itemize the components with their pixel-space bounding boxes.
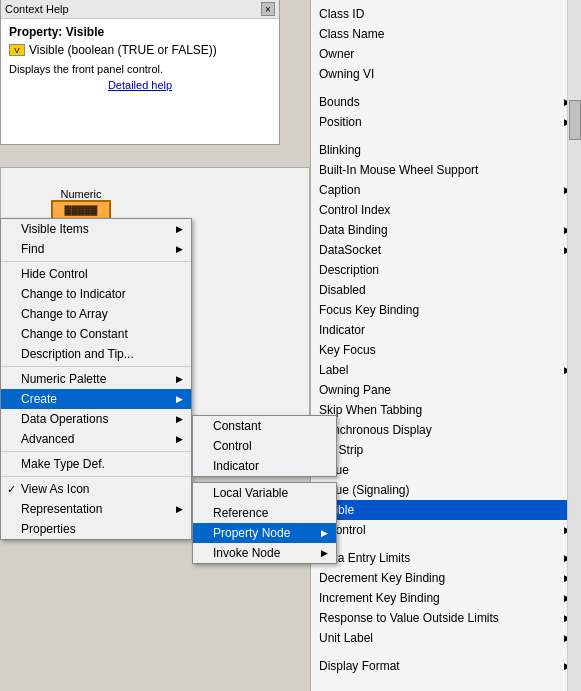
create-submenu-item-indicator[interactable]: Indicator — [193, 456, 336, 476]
context-menu-1: Visible ItemsFindHide ControlChange to I… — [0, 218, 192, 540]
prop-item-value[interactable]: Value — [311, 460, 581, 480]
prop-item-description[interactable]: Description — [311, 260, 581, 280]
prop-item-visible[interactable]: Visible — [311, 500, 581, 520]
menu-item-find[interactable]: Find — [1, 239, 191, 259]
property-description: Displays the front panel control. — [9, 63, 271, 75]
menu-item-properties[interactable]: Properties — [1, 519, 191, 539]
menu-separator-after-10 — [1, 451, 191, 452]
menu-item-representation[interactable]: Representation — [1, 499, 191, 519]
prop-item-decrement-key-binding[interactable]: Decrement Key Binding — [311, 568, 581, 588]
property-title: Property: Visible — [9, 25, 271, 39]
numeric-pattern: ▓▓▓▓▓ — [65, 205, 98, 215]
extra-submenu-item-invoke-node[interactable]: Invoke Node — [193, 543, 336, 563]
prop-item-owning-pane[interactable]: Owning Pane — [311, 380, 581, 400]
extra-submenu-item-property-node[interactable]: Property Node — [193, 523, 336, 543]
context-help-body: Property: Visible V Visible (boolean (TR… — [1, 19, 279, 97]
prop-item-built-in-mouse-wheel-support[interactable]: Built-In Mouse Wheel Support — [311, 160, 581, 180]
create-submenu-item-control[interactable]: Control — [193, 436, 336, 456]
context-help-titlebar: Context Help × — [1, 0, 279, 19]
props-scrollbar[interactable] — [567, 0, 581, 691]
prop-item-owner[interactable]: Owner — [311, 44, 581, 64]
prop-item-class-name[interactable]: Class Name — [311, 24, 581, 44]
visible-icon: V — [9, 44, 25, 56]
menu-separator-after-1 — [1, 261, 191, 262]
menu-item-create[interactable]: Create — [1, 389, 191, 409]
property-type-line: V Visible (boolean (TRUE or FALSE)) — [9, 43, 271, 57]
prop-item-value-signaling[interactable]: Value (Signaling) — [311, 480, 581, 500]
prop-item-blinking[interactable]: Blinking — [311, 140, 581, 160]
prop-item-owning-vi[interactable]: Owning VI — [311, 64, 581, 84]
prop-item-position[interactable]: Position — [311, 112, 581, 132]
prop-gap-4 — [311, 84, 581, 92]
menu-separator-after-11 — [1, 476, 191, 477]
prop-gap-28 — [311, 540, 581, 548]
prop-gap-34 — [311, 648, 581, 656]
prop-item-control-index[interactable]: Control Index — [311, 200, 581, 220]
menu-item-numeric-palette[interactable]: Numeric Palette — [1, 369, 191, 389]
menu-item-make-type-def[interactable]: Make Type Def. — [1, 454, 191, 474]
menu-item-change-to-constant[interactable]: Change to Constant — [1, 324, 191, 344]
context-help-panel: Context Help × Property: Visible V Visib… — [0, 0, 280, 145]
prop-item-tip-strip[interactable]: Tip Strip — [311, 440, 581, 460]
prop-item-display-format[interactable]: Display Format — [311, 656, 581, 676]
menu-separator-after-6 — [1, 366, 191, 367]
create-submenu-item-constant[interactable]: Constant — [193, 416, 336, 436]
prop-item-focus-key-binding[interactable]: Focus Key Binding — [311, 300, 581, 320]
prop-item-data-binding[interactable]: Data Binding — [311, 220, 581, 240]
prop-item-datasocket[interactable]: DataSocket — [311, 240, 581, 260]
prop-item-data-entry-limits[interactable]: Data Entry Limits — [311, 548, 581, 568]
numeric-label: Numeric — [51, 188, 111, 200]
props-scroll-thumb[interactable] — [569, 100, 581, 140]
extra-submenu-item-reference[interactable]: Reference — [193, 503, 336, 523]
prop-gap-7 — [311, 132, 581, 140]
properties-panel: Class IDClass NameOwnerOwning VIBoundsPo… — [310, 0, 581, 691]
prop-item-disabled[interactable]: Disabled — [311, 280, 581, 300]
prop-item-caption[interactable]: Caption — [311, 180, 581, 200]
property-type: Visible (boolean (TRUE or FALSE)) — [29, 43, 217, 57]
extra-submenu-item-local-variable[interactable]: Local Variable — [193, 483, 336, 503]
menu-item-change-to-indicator[interactable]: Change to Indicator — [1, 284, 191, 304]
prop-item-key-focus[interactable]: Key Focus — [311, 340, 581, 360]
prop-item-xcontrol[interactable]: XControl — [311, 520, 581, 540]
prop-item-unit-label[interactable]: Unit Label — [311, 628, 581, 648]
menu-item-visible-items[interactable]: Visible Items — [1, 219, 191, 239]
numeric-display: ▓▓▓▓▓ — [51, 200, 111, 220]
context-menu-2b-extra: Local VariableReferenceProperty NodeInvo… — [192, 482, 337, 564]
menu-item-advanced[interactable]: Advanced — [1, 429, 191, 449]
menu-item-change-to-array[interactable]: Change to Array — [1, 304, 191, 324]
prop-item-synchronous-display[interactable]: Synchronous Display — [311, 420, 581, 440]
menu-item-data-operations[interactable]: Data Operations — [1, 409, 191, 429]
prop-item-class-id[interactable]: Class ID — [311, 4, 581, 24]
menu-item-view-as-icon[interactable]: View As Icon — [1, 479, 191, 499]
context-help-title: Context Help — [5, 3, 69, 15]
prop-item-indicator[interactable]: Indicator — [311, 320, 581, 340]
prop-item-skip-when-tabbing[interactable]: Skip When Tabbing — [311, 400, 581, 420]
prop-item-label[interactable]: Label — [311, 360, 581, 380]
context-help-close-button[interactable]: × — [261, 2, 275, 16]
prop-item-response-to-value-outside-limits[interactable]: Response to Value Outside Limits — [311, 608, 581, 628]
prop-item-bounds[interactable]: Bounds — [311, 92, 581, 112]
prop-item-increment-key-binding[interactable]: Increment Key Binding — [311, 588, 581, 608]
menu-item-description-and-tip[interactable]: Description and Tip... — [1, 344, 191, 364]
detailed-help-link[interactable]: Detailed help — [9, 79, 271, 91]
context-menu-2-create: ConstantControlIndicator — [192, 415, 337, 477]
properties-list: Class IDClass NameOwnerOwning VIBoundsPo… — [311, 0, 581, 680]
menu-item-hide-control[interactable]: Hide Control — [1, 264, 191, 284]
